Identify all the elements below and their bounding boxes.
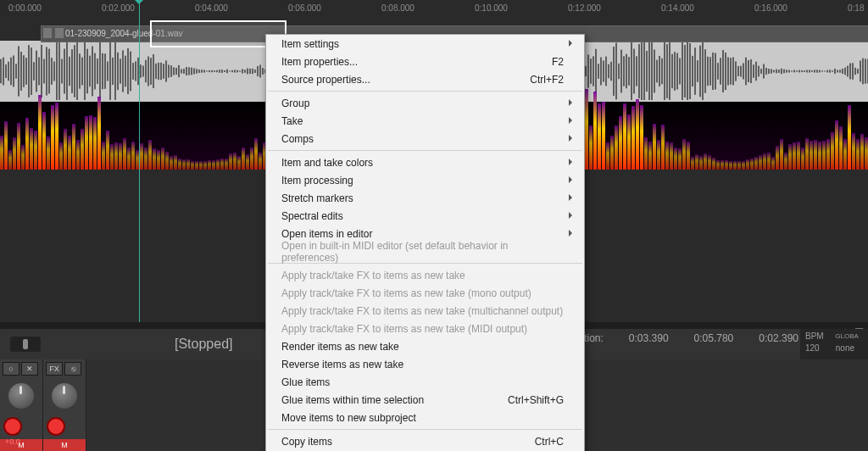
svg-rect-261	[661, 58, 663, 84]
svg-rect-241	[610, 62, 612, 81]
svg-rect-258	[654, 49, 655, 92]
svg-rect-313	[793, 70, 795, 73]
svg-rect-54	[135, 61, 136, 81]
clip-icon[interactable]	[42, 27, 53, 39]
svg-rect-6	[13, 56, 14, 87]
svg-rect-240	[608, 64, 609, 79]
track-fx-button[interactable]: FX	[46, 362, 63, 376]
svg-rect-311	[788, 70, 790, 72]
tempo-box[interactable]: BPM GLOBA 120 none	[800, 329, 868, 359]
svg-rect-38	[94, 53, 96, 90]
svg-rect-67	[168, 64, 170, 77]
selection-length[interactable]: 0:02.390	[759, 332, 798, 344]
menu-item[interactable]: Item settings	[266, 35, 584, 53]
menu-item-label: Open items in editor	[281, 228, 372, 240]
svg-rect-56	[140, 64, 142, 77]
menu-item-label: Glue items within time selection	[281, 394, 424, 406]
timeline-tick: 0:02.000	[102, 3, 135, 13]
svg-rect-274	[694, 47, 696, 94]
svg-rect-256	[648, 42, 650, 100]
svg-rect-292	[740, 66, 742, 77]
clip-icon[interactable]	[54, 27, 64, 39]
svg-rect-335	[849, 64, 851, 80]
svg-rect-62	[155, 64, 157, 79]
menu-item[interactable]: Comps	[266, 130, 584, 148]
svg-rect-72	[181, 69, 182, 73]
menu-item[interactable]: Take	[266, 112, 584, 130]
menu-item[interactable]: Stretch markers	[266, 189, 584, 207]
svg-rect-238	[603, 60, 604, 81]
svg-rect-266	[674, 52, 676, 91]
master-channel[interactable]: ○ ✕ 🔈 M +0.0	[0, 359, 43, 451]
svg-rect-326	[826, 70, 828, 73]
svg-rect-325	[824, 70, 826, 71]
master-rec-button[interactable]	[3, 417, 22, 436]
svg-rect-336	[852, 63, 854, 80]
svg-rect-80	[201, 70, 203, 72]
menu-item[interactable]: Item processing	[266, 171, 584, 189]
menu-item: Apply track/take FX to items as new take…	[266, 320, 584, 337]
track-recarm-button[interactable]	[47, 417, 65, 436]
menu-item[interactable]: Copy itemsCtrl+C	[266, 432, 584, 450]
menu-item[interactable]: Spectral edits	[266, 207, 584, 225]
menu-item[interactable]: Move items to new subproject	[266, 409, 584, 426]
svg-rect-51	[127, 48, 129, 94]
menu-item-label: Item and take colors	[281, 157, 373, 169]
selection-start[interactable]: 0:03.390	[629, 332, 669, 344]
menu-item[interactable]: Render items as new take	[266, 337, 584, 355]
svg-rect-302	[765, 68, 767, 75]
menu-item[interactable]: Glue items within time selectionCtrl+Shi…	[266, 391, 584, 409]
svg-rect-315	[798, 70, 800, 73]
menu-item[interactable]: Item properties...F2	[266, 53, 584, 70]
play-cursor[interactable]	[139, 0, 140, 322]
menu-item-label: Comps	[281, 133, 314, 145]
svg-rect-49	[122, 50, 124, 92]
svg-rect-265	[671, 54, 673, 88]
svg-rect-96	[242, 69, 243, 73]
timeline-ruler[interactable]: 0:00.000 0:02.000 0:04.000 0:06.000 0:08…	[0, 0, 868, 25]
selection-readout: election: 0:03.390 0:05.780 0:02.390	[565, 332, 798, 344]
svg-rect-303	[768, 69, 770, 74]
master-mute-button[interactable]: ✕	[21, 362, 38, 376]
svg-rect-329	[834, 69, 836, 74]
track-pan-knob[interactable]	[52, 383, 77, 409]
svg-rect-304	[771, 69, 772, 73]
menu-item[interactable]: Group	[266, 94, 584, 112]
menu-item-label: Apply track/take FX to items as new take…	[281, 287, 531, 299]
svg-rect-233	[590, 58, 592, 84]
svg-rect-244	[618, 64, 620, 79]
track-route-button[interactable]: ⎋	[64, 362, 81, 376]
svg-rect-284	[720, 58, 721, 84]
menu-item[interactable]: Reverse items as new take	[266, 355, 584, 373]
menu-item[interactable]: Glue items	[266, 373, 584, 391]
rate-slider[interactable]	[10, 337, 41, 352]
timeline-tick: 0:00.000	[8, 3, 42, 13]
menu-item[interactable]: Item and take colors	[266, 153, 584, 171]
menu-item[interactable]: Source properties...Ctrl+F2	[266, 70, 584, 88]
master-pan-knob[interactable]	[8, 383, 34, 409]
global-label: GLOBA	[835, 331, 859, 342]
svg-rect-307	[778, 70, 780, 73]
svg-rect-328	[832, 70, 833, 72]
svg-rect-334	[847, 66, 849, 77]
svg-rect-249	[631, 42, 632, 100]
svg-rect-296	[750, 59, 752, 83]
svg-rect-278	[704, 49, 706, 93]
svg-rect-77	[193, 68, 195, 74]
svg-rect-331	[839, 70, 841, 72]
timeline-tick: 0:16.000	[754, 3, 787, 13]
svg-rect-327	[829, 70, 831, 72]
svg-rect-245	[620, 50, 622, 93]
selection-end[interactable]: 0:05.780	[694, 332, 734, 344]
track-channel-1[interactable]: FX ⎋ 🔈 M	[43, 359, 86, 451]
svg-rect-32	[79, 53, 81, 88]
svg-rect-262	[664, 42, 665, 100]
master-mono-button[interactable]: ○	[3, 362, 19, 376]
automation-mode[interactable]: none	[836, 342, 854, 354]
svg-rect-298	[755, 62, 757, 81]
svg-rect-339	[860, 61, 861, 82]
bpm-value[interactable]: 120	[805, 342, 820, 354]
svg-rect-99	[249, 69, 251, 74]
svg-rect-41	[102, 53, 103, 89]
svg-rect-101	[254, 70, 256, 73]
